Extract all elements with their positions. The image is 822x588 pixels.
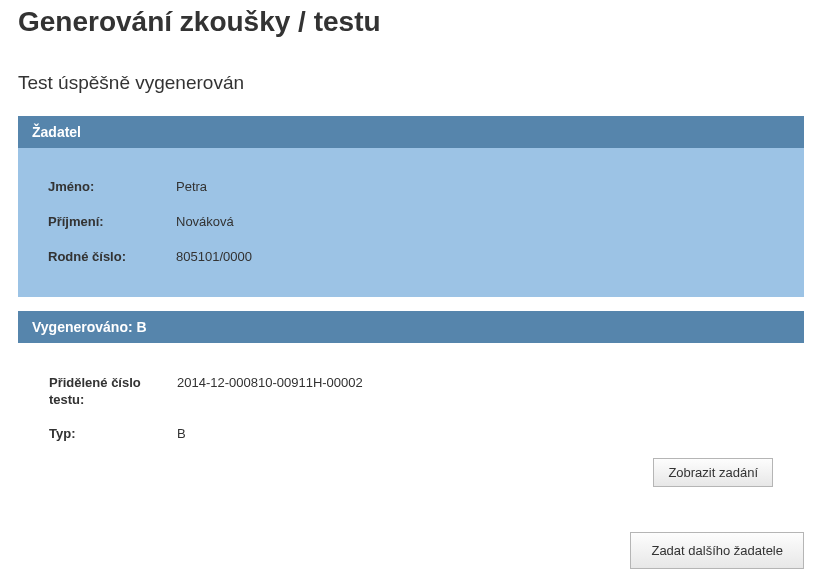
footer-actions: Zadat dalšího žadatele [0,512,822,575]
next-applicant-button[interactable]: Zadat dalšího žadatele [630,532,804,569]
last-name-label: Příjmení: [48,214,176,231]
first-name-label: Jméno: [48,179,176,196]
applicant-card-header: Žadatel [18,116,804,148]
applicant-card: Žadatel Jméno: Petra Příjmení: Nováková … [18,116,804,297]
generated-card-body: Přidělené číslo testu: 2014-12-000810-00… [18,343,804,499]
show-assignment-button[interactable]: Zobrazit zadání [653,458,773,487]
field-row-first-name: Jméno: Petra [48,170,774,205]
page-title: Generování zkoušky / testu [0,0,822,38]
status-heading: Test úspěšně vygenerován [0,38,822,108]
field-row-last-name: Příjmení: Nováková [48,205,774,240]
birth-no-value: 805101/0000 [176,249,252,266]
generated-card-header: Vygenerováno: B [18,311,804,343]
birth-no-label: Rodné číslo: [48,249,176,266]
type-label: Typ: [49,426,177,443]
test-no-value: 2014-12-000810-00911H-00002 [177,375,363,392]
field-row-type: Typ: B [49,417,773,452]
applicant-card-body: Jméno: Petra Příjmení: Nováková Rodné čí… [18,148,804,297]
first-name-value: Petra [176,179,207,196]
field-row-birth-no: Rodné číslo: 805101/0000 [48,240,774,275]
field-row-test-no: Přidělené číslo testu: 2014-12-000810-00… [49,366,773,418]
generated-card: Vygenerováno: B Přidělené číslo testu: 2… [18,311,804,499]
last-name-value: Nováková [176,214,234,231]
type-value: B [177,426,186,443]
test-no-label: Přidělené číslo testu: [49,375,177,409]
